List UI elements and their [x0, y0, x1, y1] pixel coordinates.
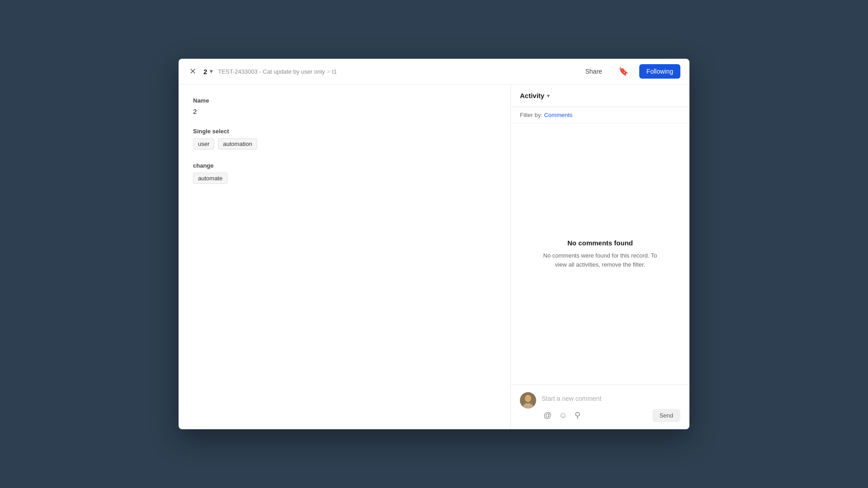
close-icon: ✕ [189, 66, 196, 76]
activity-panel: Activity ▾ Filter by: Comments No commen… [511, 84, 689, 429]
tool-icons: @ ☺ ⚲ [542, 408, 582, 422]
modal-body: Name 2 Single select user automation cha… [179, 84, 689, 429]
breadcrumb-main: TEST-2433003 - Cat update by user only [218, 68, 325, 75]
comment-input-wrapper: Start a new comment @ ☺ ⚲ Send [542, 392, 680, 422]
no-comments-title: No comments found [567, 239, 633, 247]
svg-point-3 [525, 395, 531, 401]
bookmark-icon: 🔖 [618, 66, 628, 76]
header-right: Share 🔖 Following [580, 64, 681, 79]
comment-row: Start a new comment @ ☺ ⚲ Send [520, 392, 680, 422]
modal-header: ✕ 2 ▾ TEST-2433003 - Cat update by user … [179, 59, 689, 84]
record-modal: ✕ 2 ▾ TEST-2433003 - Cat update by user … [179, 59, 689, 429]
chevron-down-icon[interactable]: ▾ [210, 68, 212, 75]
breadcrumb-separator: > [327, 68, 330, 75]
emoji-button[interactable]: ☺ [557, 408, 569, 422]
tag-automation[interactable]: automation [218, 138, 257, 150]
name-field-section: Name 2 [193, 97, 496, 115]
single-select-tags: user automation [193, 138, 496, 150]
single-select-label: Single select [193, 128, 496, 135]
filter-bar: Filter by: Comments [511, 107, 689, 123]
tag-automate[interactable]: automate [193, 173, 227, 184]
filter-comments-link[interactable]: Comments [544, 112, 572, 118]
comment-tools: @ ☺ ⚲ Send [542, 408, 680, 422]
activity-chevron-icon[interactable]: ▾ [547, 93, 550, 99]
send-button[interactable]: Send [652, 409, 680, 422]
bookmark-button[interactable]: 🔖 [615, 65, 632, 78]
close-button[interactable]: ✕ [188, 65, 198, 78]
change-field-section: change automate [193, 162, 496, 184]
header-left: ✕ 2 ▾ TEST-2433003 - Cat update by user … [188, 65, 337, 78]
attachment-button[interactable]: ⚲ [573, 408, 582, 422]
comment-placeholder[interactable]: Start a new comment [542, 392, 680, 405]
activity-header: Activity ▾ [511, 84, 689, 107]
mention-button[interactable]: @ [542, 408, 553, 422]
name-field-label: Name [193, 97, 496, 104]
main-content: Name 2 Single select user automation cha… [179, 84, 511, 429]
activity-title: Activity [520, 92, 544, 99]
modal-overlay: ✕ 2 ▾ TEST-2433003 - Cat update by user … [0, 0, 868, 488]
single-select-field-section: Single select user automation [193, 128, 496, 150]
breadcrumb: TEST-2433003 - Cat update by user only >… [218, 68, 337, 75]
user-avatar [520, 392, 536, 408]
tag-user[interactable]: user [193, 138, 214, 150]
following-button[interactable]: Following [639, 64, 680, 79]
change-tags: automate [193, 173, 496, 184]
activity-content: No comments found No comments were found… [511, 123, 689, 385]
comment-input-area: Start a new comment @ ☺ ⚲ Send [511, 385, 689, 429]
record-title: 2 ▾ [203, 68, 212, 75]
avatar-image [520, 392, 536, 408]
change-field-label: change [193, 162, 496, 169]
filter-prefix: Filter by: [520, 112, 542, 118]
record-number: 2 [203, 68, 207, 75]
share-button[interactable]: Share [580, 65, 608, 78]
breadcrumb-child: t1 [332, 68, 337, 75]
name-field-value[interactable]: 2 [193, 108, 496, 115]
no-comments-description: No comments were found for this record. … [542, 251, 659, 269]
